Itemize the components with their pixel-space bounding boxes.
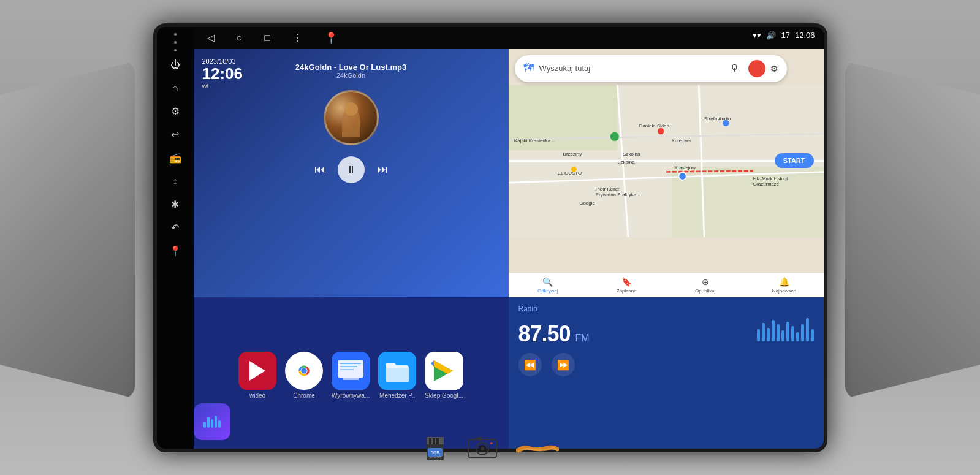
sidebar-power-btn[interactable]: ⏻ [163, 54, 188, 76]
opublikuj-label: Opublikuj [695, 288, 715, 294]
radio-prev-btn[interactable]: ⏪ [518, 353, 542, 376]
menedzer-icon [378, 352, 416, 390]
wave-bar-5 [777, 324, 780, 341]
app-menedzer[interactable]: Menedżer P.. [378, 352, 416, 399]
radio-frequency-row: 87.50 FM [518, 317, 814, 347]
sidebar-bluetooth-btn[interactable]: ✱ [163, 194, 188, 216]
app-chrome[interactable]: Chrome [285, 352, 323, 399]
album-art [324, 90, 379, 145]
apps-panel: wideo [194, 297, 509, 449]
sd-card-svg: 5GB microSD [422, 436, 449, 463]
svg-text:EL'GUSTO: EL'GUSTO [557, 170, 581, 175]
svg-rect-37 [340, 369, 354, 370]
svg-text:Krasiejów: Krasiejów [674, 165, 696, 170]
svg-point-56 [481, 447, 484, 450]
sd-card-accessory: 5GB microSD [422, 436, 449, 463]
search-input-text[interactable]: Wyszukaj tutaj [539, 64, 721, 73]
svg-rect-36 [340, 366, 357, 367]
svg-rect-41 [207, 417, 210, 428]
accessories-row: 5GB microSD [422, 436, 559, 463]
map-nav-zapisane[interactable]: 🔖 Zapisane [587, 275, 666, 296]
sidebar-location-btn[interactable]: 📍 [163, 240, 188, 262]
wave-bar-12 [811, 329, 814, 341]
svg-point-28 [678, 172, 686, 180]
date-time-display: 2023/10/03 12:06 wt [202, 58, 243, 90]
time-display: 12:06 [202, 65, 243, 83]
maps-logo-icon: 🗺 [523, 62, 534, 75]
sidebar-radio-btn[interactable]: 📻 [163, 147, 188, 169]
svg-text:Brzeżiny: Brzeżiny [563, 151, 582, 156]
sidebar-dots [173, 33, 178, 51]
wave-bar-11 [806, 318, 809, 341]
camera-accessory [467, 436, 498, 463]
radio-panel: Radio 87.50 FM [509, 297, 824, 449]
map-panel: 🗺 Wyszukaj tutaj 🎙 ⚙ [509, 49, 824, 298]
wyrownywarka-label: Wyrównywa... [332, 392, 370, 399]
svg-point-58 [490, 442, 493, 444]
radio-band: FM [575, 333, 590, 344]
app-video[interactable]: wideo [238, 352, 276, 399]
music-panel: 2023/10/03 12:06 wt 24kGoldn - Love Or L… [194, 49, 509, 298]
wave-bar-8 [791, 326, 794, 341]
opublikuj-icon: ⊕ [702, 277, 709, 287]
map-mic-btn[interactable]: 🎙 [726, 60, 743, 77]
map-bottom-nav: 🔍 Odkrywej 🔖 Zapisane ⊕ Opublikuj 🔔 Najn… [509, 273, 824, 297]
sidebar-back-btn[interactable]: ↩ [163, 124, 188, 146]
nav-back-btn[interactable]: ◁ [202, 29, 219, 46]
wave-bar-1 [757, 329, 760, 341]
car-left-panel [0, 61, 135, 398]
odkrywej-icon: 🔍 [542, 277, 553, 287]
zapisane-icon: 🔖 [621, 277, 632, 287]
map-nav-odkrywej[interactable]: 🔍 Odkrywej [509, 275, 588, 296]
svg-text:5GB: 5GB [430, 450, 439, 455]
svg-text:Piotr Keller: Piotr Keller [595, 186, 619, 192]
wyrownywarka-icon [332, 352, 370, 390]
sidebar-volume-btn[interactable]: ↕ [163, 170, 188, 192]
najnowsze-label: Najnowsze [772, 288, 796, 294]
zapisane-label: Zapisane [617, 288, 637, 294]
map-settings-icon[interactable]: ⚙ [770, 64, 778, 74]
volume-icon: 🔊 [766, 31, 776, 40]
app-sklep[interactable]: Sklep Googl... [425, 352, 463, 399]
play-pause-btn[interactable]: ⏸ [338, 156, 365, 183]
svg-text:Szkolna: Szkolna [617, 159, 635, 165]
svg-rect-35 [340, 363, 361, 364]
prev-track-btn[interactable]: ⏮ [314, 163, 325, 176]
map-record-btn[interactable] [748, 60, 765, 77]
wave-bar-10 [801, 324, 804, 341]
wave-bar-2 [762, 323, 765, 341]
map-nav-opublikuj[interactable]: ⊕ Opublikuj [666, 275, 745, 296]
nav-recents-btn[interactable]: □ [259, 30, 275, 46]
svg-rect-40 [203, 422, 206, 428]
top-nav-bar: ◁ ○ □ ⋮ 📍 [194, 27, 824, 49]
svg-rect-57 [477, 437, 482, 441]
wave-bar-6 [781, 330, 784, 341]
svg-rect-43 [215, 416, 217, 428]
music-widget-icon[interactable] [194, 403, 230, 440]
next-track-btn[interactable]: ⏭ [377, 163, 388, 176]
nav-maps-btn[interactable]: 📍 [319, 29, 343, 47]
svg-text:Szkolna: Szkolna [623, 151, 640, 156]
najnowsze-icon: 🔔 [779, 277, 789, 287]
sklep-svg [425, 352, 463, 390]
car-right-panel [845, 61, 980, 398]
sklep-icon [425, 352, 463, 390]
svg-rect-42 [211, 419, 213, 428]
camera-svg [467, 436, 498, 460]
start-navigation-btn[interactable]: START [775, 153, 814, 168]
sidebar-settings-btn[interactable]: ⚙ [163, 101, 188, 123]
android-screen: ▾▾ 🔊 17 12:06 ⏻ ⌂ ⚙ ↩ 📻 ↕ ✱ ↶ 📍 ◁ ○ □ ⋮ [153, 23, 827, 452]
nav-menu-btn[interactable]: ⋮ [287, 29, 307, 46]
signal-strength: 17 [781, 31, 789, 40]
radio-next-btn[interactable]: ⏩ [552, 353, 575, 376]
radio-waveform [757, 317, 814, 341]
nav-home-btn[interactable]: ○ [232, 30, 248, 46]
map-nav-najnowsze[interactable]: 🔔 Najnowsze [745, 275, 824, 296]
app-wyrownywarka[interactable]: Wyrównywa... [332, 352, 370, 399]
sidebar-back2-btn[interactable]: ↶ [163, 217, 188, 239]
svg-point-10 [657, 127, 664, 134]
map-content[interactable]: Kajaki Krasieńka... Daniela Sklep Strefa… [509, 49, 824, 273]
map-search-bar[interactable]: 🗺 Wyszukaj tutaj 🎙 ⚙ [515, 55, 787, 82]
wave-bar-9 [796, 332, 799, 341]
sidebar-home-btn[interactable]: ⌂ [163, 77, 188, 99]
